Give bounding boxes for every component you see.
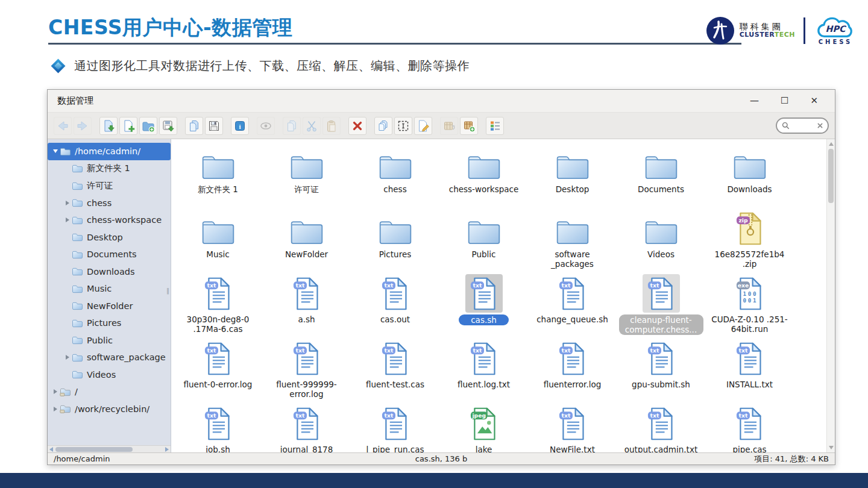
tree-item-software-package[interactable]: software_package: [48, 349, 171, 366]
tree-item-documents[interactable]: Documents: [48, 246, 171, 263]
tree-item-work-recyclebin[interactable]: /work/recyclebin/: [48, 401, 171, 418]
file-item[interactable]: txt30p30n-deg8-0 .17Ma-6.cas: [174, 274, 262, 339]
scroll-right-icon[interactable]: [165, 447, 169, 452]
file-item[interactable]: txtINSTALL.txt: [705, 339, 794, 404]
sidebar-horizontal-scrollbar[interactable]: [48, 445, 171, 452]
grid-vertical-scrollbar[interactable]: [826, 139, 835, 452]
expander-closed-icon[interactable]: [51, 389, 60, 394]
status-item-count: 项目: 41, 总数: 4 KB: [754, 454, 829, 465]
maximize-button[interactable]: ☐: [781, 96, 788, 105]
tree-item-1[interactable]: 新文件夹 1: [48, 160, 171, 178]
file-item[interactable]: txtjob.sh: [174, 404, 262, 452]
expander-closed-icon[interactable]: [63, 201, 72, 205]
search-input[interactable]: [792, 122, 815, 130]
file-item[interactable]: txtgpu-submit.sh: [617, 339, 705, 404]
file-item[interactable]: 100001exeCUDA-Z-0.10 .251-64bit.run: [705, 274, 794, 339]
rename-button[interactable]: [414, 117, 432, 135]
file-item[interactable]: txtcas.sh: [439, 274, 528, 339]
cut-button[interactable]: [303, 117, 321, 135]
extract-button[interactable]: [440, 117, 458, 135]
folder-icon: [195, 209, 241, 248]
file-item[interactable]: txtcleanup-fluent- computer.chess...: [617, 274, 705, 339]
file-item[interactable]: NewFolder: [262, 209, 351, 274]
file-item[interactable]: txtoutput.cadmin.txt: [617, 404, 705, 452]
file-item[interactable]: Music: [174, 209, 262, 274]
tree-item-music[interactable]: Music: [48, 280, 171, 298]
tree-item-videos[interactable]: Videos: [48, 366, 171, 384]
file-item[interactable]: zip16e825572fe1b4 .zip: [705, 209, 794, 274]
file-item[interactable]: Documents: [617, 144, 705, 209]
clear-search-icon[interactable]: [817, 123, 823, 128]
search-box[interactable]: [776, 117, 829, 134]
paste-button[interactable]: [322, 117, 341, 135]
back-icon: [56, 119, 69, 133]
file-item[interactable]: Pictures: [351, 209, 439, 274]
tree-item-home-cadmin[interactable]: /home/cadmin/: [48, 143, 171, 160]
file-item[interactable]: jpeglake: [439, 404, 528, 452]
splitter-grip[interactable]: ‖: [166, 287, 170, 294]
expander-closed-icon[interactable]: [51, 407, 60, 411]
file-item[interactable]: Videos: [617, 209, 705, 274]
file-item[interactable]: txtl_pipe_run.cas: [351, 404, 439, 452]
download-button[interactable]: [159, 117, 177, 135]
compress-button[interactable]: [460, 117, 478, 135]
file-item[interactable]: txtchange_queue.sh: [528, 274, 617, 339]
close-button[interactable]: ✕: [810, 96, 818, 105]
txt-file-icon: txt: [554, 404, 591, 443]
tree-item-desktop[interactable]: Desktop: [48, 229, 171, 246]
view-list-button[interactable]: [486, 117, 504, 135]
scroll-down-icon[interactable]: [829, 446, 834, 449]
expander-closed-icon[interactable]: [63, 355, 72, 360]
tree-item-public[interactable]: Public: [48, 332, 171, 349]
file-item[interactable]: txtfluenterror.log: [528, 339, 617, 404]
file-item[interactable]: txtNewFile.txt: [528, 404, 617, 452]
expander-open-icon[interactable]: [51, 149, 60, 153]
file-item[interactable]: Desktop: [528, 144, 617, 209]
copy-document-button[interactable]: [185, 117, 203, 135]
scrollbar-thumb[interactable]: [55, 447, 133, 452]
file-item[interactable]: Downloads: [705, 144, 794, 209]
window-titlebar[interactable]: 数据管理 —☐✕: [48, 90, 835, 113]
save-button[interactable]: [205, 117, 223, 135]
txt-file-icon: txt: [200, 404, 237, 443]
file-item[interactable]: txtfluent-test.cas: [351, 339, 439, 404]
file-name-label: fluent-test.cas: [366, 380, 424, 389]
upload-button[interactable]: [99, 117, 118, 135]
file-item[interactable]: chess: [351, 144, 439, 209]
file-item[interactable]: 许可证: [262, 144, 351, 209]
select-all-button[interactable]: [374, 117, 392, 135]
file-item[interactable]: txta.sh: [262, 274, 351, 339]
tree-item-[interactable]: 许可证: [48, 177, 171, 195]
file-name-label: l_pipe_run.cas: [366, 445, 424, 452]
tree-item-pictures[interactable]: Pictures: [48, 314, 171, 332]
scrollbar-thumb[interactable]: [828, 149, 834, 203]
expander-closed-icon[interactable]: [63, 217, 72, 222]
tree-item-chess[interactable]: chess: [48, 195, 171, 212]
file-item[interactable]: txtcas.out: [351, 274, 439, 339]
file-item[interactable]: 新文件夹 1: [174, 144, 262, 209]
new-folder-button[interactable]: [139, 117, 157, 135]
file-item[interactable]: txtjournal_8178: [262, 404, 351, 452]
file-item[interactable]: txtpipe.cas: [705, 404, 794, 452]
scroll-up-icon[interactable]: [829, 142, 834, 146]
preview-button[interactable]: [257, 117, 275, 135]
minimize-button[interactable]: —: [750, 96, 759, 105]
scroll-left-icon[interactable]: [49, 447, 53, 452]
file-item[interactable]: txtfluent-999999- error.log: [262, 339, 351, 404]
back-button[interactable]: [54, 117, 72, 135]
tree-item-chess-workspace[interactable]: chess-workspace: [48, 211, 171, 229]
tree-item-downloads[interactable]: Downloads: [48, 263, 171, 281]
info-button[interactable]: i: [231, 117, 249, 135]
file-item[interactable]: txtfluent-0-error.log: [174, 339, 262, 404]
tree-item-[interactable]: /: [48, 383, 171, 401]
delete-button[interactable]: [348, 117, 366, 135]
file-item[interactable]: chess-workspace: [439, 144, 528, 209]
copy-button[interactable]: [283, 117, 301, 135]
select-box-button[interactable]: [394, 117, 412, 135]
forward-button[interactable]: [74, 117, 92, 135]
file-item[interactable]: Public: [439, 209, 528, 274]
file-item[interactable]: txtfluent.log.txt: [439, 339, 528, 404]
file-item[interactable]: software _packages: [528, 209, 617, 274]
new-file-button[interactable]: [119, 117, 137, 135]
tree-item-newfolder[interactable]: NewFolder: [48, 298, 171, 315]
